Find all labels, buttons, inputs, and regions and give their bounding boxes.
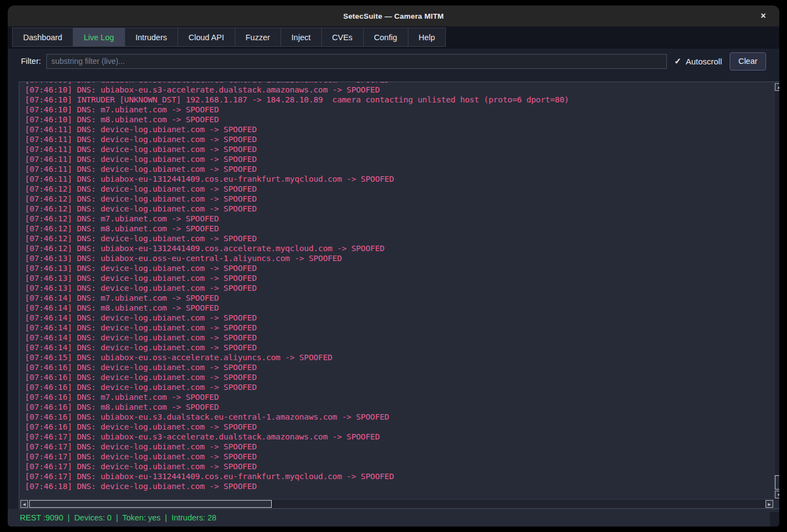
- log-line: [07:46:16] DNS: device-log.ubianet.com -…: [25, 382, 774, 392]
- log-line: [07:46:14] DNS: device-log.ubianet.com -…: [25, 343, 774, 352]
- vertical-scrollbar[interactable]: ▲ ▼: [774, 83, 779, 499]
- log-line: [07:46:16] DNS: device-log.ubianet.com -…: [25, 422, 774, 432]
- status-item: REST :9090: [20, 513, 63, 522]
- log-line: [07:46:12] DNS: ubiabox-eu-1312441409.co…: [25, 243, 774, 253]
- status-item: Intruders: 28: [171, 513, 216, 522]
- log-line: [07:46:11] DNS: device-log.ubianet.com -…: [25, 134, 774, 144]
- filter-input[interactable]: [46, 54, 666, 69]
- log-line: [07:46:16] DNS: device-log.ubianet.com -…: [25, 372, 774, 382]
- close-icon[interactable]: ×: [757, 10, 769, 22]
- log-line: [07:46:14] DNS: device-log.ubianet.com -…: [25, 333, 774, 343]
- log-line: [07:46:10] DNS: m8.ubianet.com -> SPOOFE…: [25, 115, 774, 124]
- tab-intruders[interactable]: Intruders: [125, 28, 178, 47]
- filter-label: Filter:: [21, 57, 41, 66]
- autoscroll-checkbox[interactable]: ✓ Autoscroll: [675, 56, 722, 66]
- status-separator: |: [63, 513, 74, 522]
- log-line: [07:46:10] DNS: ubiabox-eu.s3-accelerate…: [25, 85, 774, 95]
- filter-bar: Filter: ✓ Autoscroll Clear: [8, 48, 779, 74]
- status-item: Devices: 0: [74, 513, 112, 522]
- scroll-up-icon[interactable]: ▲: [775, 83, 779, 91]
- status-bar: REST :9090 | Devices: 0 | Token: yes | I…: [8, 509, 779, 526]
- log-line: [07:46:12] DNS: device-log.ubianet.com -…: [25, 184, 774, 194]
- log-line: [07:46:13] DNS: device-log.ubianet.com -…: [25, 263, 774, 273]
- tab-live-log[interactable]: Live Log: [73, 28, 125, 47]
- horizontal-scrollbar[interactable]: ◀ ▶: [20, 499, 774, 508]
- log-line: [07:46:15] DNS: ubiabox-eu.oss-accelerat…: [25, 352, 774, 362]
- status-separator: |: [111, 513, 122, 522]
- log-content: [07:46:09] DNS: ubiabox-eu.s3.dualstack.…: [20, 82, 774, 491]
- clear-button[interactable]: Clear: [730, 52, 766, 70]
- tab-cloud-api[interactable]: Cloud API: [178, 28, 235, 47]
- log-line: [07:46:13] DNS: ubiabox-eu.oss-eu-centra…: [25, 253, 774, 263]
- log-line: [07:46:11] DNS: device-log.ubianet.com -…: [25, 124, 774, 134]
- tab-dashboard[interactable]: Dashboard: [12, 28, 73, 47]
- log-line: [07:46:16] DNS: ubiabox-eu.s3.dualstack.…: [25, 412, 774, 422]
- log-line: [07:46:18] DNS: device-log.ubianet.com -…: [25, 481, 774, 491]
- log-line: [07:46:17] DNS: ubiabox-eu-1312441409.co…: [25, 471, 774, 481]
- log-viewport: [07:46:09] DNS: ubiabox-eu.s3.dualstack.…: [20, 82, 774, 499]
- scroll-right-icon[interactable]: ▶: [766, 500, 773, 508]
- log-line: [07:46:16] DNS: m7.ubianet.com -> SPOOFE…: [25, 392, 774, 402]
- log-line: [07:46:12] DNS: device-log.ubianet.com -…: [25, 194, 774, 204]
- log-line: [07:46:11] DNS: device-log.ubianet.com -…: [25, 164, 774, 174]
- log-line: [07:46:10] DNS: m7.ubianet.com -> SPOOFE…: [25, 105, 774, 115]
- log-line: [07:46:17] DNS: device-log.ubianet.com -…: [25, 452, 774, 462]
- log-line: [07:46:10] INTRUDER [UNKNOWN_DST] 192.16…: [25, 95, 774, 105]
- log-line: [07:46:12] DNS: m8.ubianet.com -> SPOOFE…: [25, 224, 774, 234]
- live-log-panel: [07:46:09] DNS: ubiabox-eu.s3.dualstack.…: [19, 82, 779, 509]
- log-line: [07:46:14] DNS: m8.ubianet.com -> SPOOFE…: [25, 303, 774, 313]
- tab-bar: DashboardLive LogIntrudersCloud APIFuzze…: [8, 26, 779, 48]
- log-line: [07:46:14] DNS: device-log.ubianet.com -…: [25, 313, 774, 323]
- log-line: [07:46:16] DNS: m8.ubianet.com -> SPOOFE…: [25, 402, 774, 412]
- log-line: [07:46:14] DNS: m7.ubianet.com -> SPOOFE…: [25, 293, 774, 303]
- log-line: [07:46:12] DNS: device-log.ubianet.com -…: [25, 204, 774, 214]
- log-line: [07:46:11] DNS: device-log.ubianet.com -…: [25, 154, 774, 164]
- horizontal-scroll-thumb[interactable]: [29, 500, 272, 508]
- autoscroll-label: Autoscroll: [686, 57, 722, 66]
- title-bar: SetecSuite — Camera MITM ×: [8, 6, 779, 26]
- log-line: [07:46:13] DNS: device-log.ubianet.com -…: [25, 283, 774, 293]
- tab-cves[interactable]: CVEs: [322, 28, 364, 47]
- log-line: [07:46:14] DNS: device-log.ubianet.com -…: [25, 323, 774, 333]
- log-line: [07:46:12] DNS: device-log.ubianet.com -…: [25, 234, 774, 243]
- log-line: [07:46:17] DNS: ubiabox-eu.s3-accelerate…: [25, 432, 774, 442]
- log-line: [07:46:17] DNS: device-log.ubianet.com -…: [25, 442, 774, 452]
- log-line: [07:46:11] DNS: ubiabox-eu-1312441409.co…: [25, 174, 774, 184]
- scroll-left-icon[interactable]: ◀: [20, 500, 28, 508]
- tab-config[interactable]: Config: [364, 28, 408, 47]
- app-window: SetecSuite — Camera MITM × DashboardLive…: [8, 6, 779, 526]
- window-title: SetecSuite — Camera MITM: [343, 12, 444, 20]
- log-line: [07:46:16] DNS: device-log.ubianet.com -…: [25, 362, 774, 372]
- status-separator: |: [160, 513, 171, 522]
- log-line: [07:46:12] DNS: m7.ubianet.com -> SPOOFE…: [25, 214, 774, 224]
- tab-inject[interactable]: Inject: [281, 28, 322, 47]
- status-item: Token: yes: [122, 513, 160, 522]
- vertical-scroll-thumb[interactable]: [775, 475, 779, 490]
- scroll-down-icon[interactable]: ▼: [775, 491, 779, 498]
- log-line: [07:46:13] DNS: device-log.ubianet.com -…: [25, 273, 774, 283]
- resize-grip[interactable]: [770, 512, 779, 526]
- checkmark-icon: ✓: [675, 56, 682, 66]
- tab-fuzzer[interactable]: Fuzzer: [235, 28, 281, 47]
- log-line: [07:46:11] DNS: device-log.ubianet.com -…: [25, 144, 774, 154]
- status-bar-text: REST :9090 | Devices: 0 | Token: yes | I…: [20, 513, 217, 522]
- tab-help[interactable]: Help: [408, 28, 446, 47]
- log-line: [07:46:17] DNS: device-log.ubianet.com -…: [25, 462, 774, 471]
